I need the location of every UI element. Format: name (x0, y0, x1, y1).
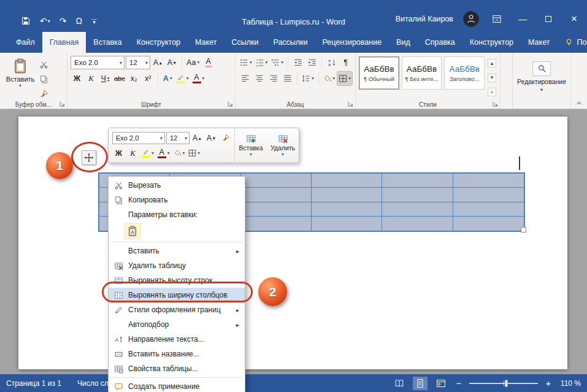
increase-indent-button[interactable] (305, 56, 318, 69)
user-avatar[interactable] (463, 11, 479, 27)
superscript-button[interactable]: x² (142, 72, 155, 85)
underline-button[interactable]: Ч (99, 72, 112, 85)
table-cell[interactable] (241, 188, 312, 202)
word-count-label[interactable]: Число сл (77, 379, 109, 388)
tab-mailings[interactable]: Рассылки (266, 32, 315, 53)
tab-review[interactable]: Рецензирование (315, 32, 389, 53)
save-icon[interactable] (21, 16, 31, 26)
tab-insert[interactable]: Вставка (86, 32, 129, 53)
zoom-out-button[interactable]: − (455, 378, 463, 388)
paste-button[interactable]: Вставить (3, 55, 37, 101)
numbering-button[interactable] (255, 56, 269, 69)
styles-scroll-up-icon[interactable]: ▲ (488, 59, 496, 67)
restore-icon[interactable] (540, 16, 556, 22)
font-dialog-launcher-icon[interactable] (227, 101, 234, 107)
mini-delete-button[interactable]: Удалить ▾ (267, 128, 299, 163)
bold-button[interactable]: Ж (71, 72, 83, 85)
menu-item-text-direction[interactable]: Направление текста... (109, 332, 245, 347)
ribbon-display-options-icon[interactable] (489, 14, 505, 24)
styles-scroll-down-icon[interactable]: ▼ (488, 74, 496, 82)
zoom-slider[interactable] (469, 383, 538, 384)
table-cell[interactable] (382, 217, 453, 231)
table-cell[interactable] (453, 202, 524, 217)
line-spacing-button[interactable] (301, 72, 315, 85)
collapse-ribbon-icon[interactable] (576, 100, 582, 106)
tab-view[interactable]: Вид (389, 32, 418, 53)
undo-icon[interactable]: ↶▾ (40, 16, 50, 26)
table-cell[interactable] (241, 174, 312, 188)
tab-file[interactable]: Файл (9, 32, 42, 53)
mini-font-name-combo[interactable]: Exo 2.0 (112, 132, 165, 144)
align-left-button[interactable] (239, 72, 251, 85)
omega-symbol-icon[interactable]: Ω (75, 16, 82, 26)
strikethrough-button[interactable]: abc (113, 72, 126, 85)
font-color-button[interactable]: А (191, 72, 206, 85)
text-effects-button[interactable]: А (161, 72, 174, 85)
table-cell[interactable] (312, 202, 382, 217)
font-size-combo[interactable]: 12 (126, 56, 150, 69)
tab-design[interactable]: Конструктор (129, 32, 188, 53)
mini-shading-button[interactable] (172, 147, 186, 160)
menu-item-insert-caption[interactable]: Вставить название... (109, 347, 245, 361)
sort-button[interactable] (325, 56, 338, 69)
table-cell[interactable] (382, 202, 453, 217)
align-center-button[interactable] (253, 72, 266, 85)
paragraph-dialog-launcher-icon[interactable] (347, 101, 354, 107)
table-resize-handle[interactable] (521, 227, 526, 233)
style-no-spacing[interactable]: АаБбВв ¶ Без инте... (402, 56, 442, 90)
tab-help[interactable]: Справка (418, 32, 462, 53)
format-painter-button[interactable] (37, 87, 50, 101)
user-name[interactable]: Виталий Каиров (396, 15, 453, 23)
menu-item-new-comment[interactable]: Создать примечание (109, 379, 245, 392)
shading-button[interactable] (322, 72, 337, 85)
multilevel-list-button[interactable] (270, 56, 285, 69)
minimize-icon[interactable]: — (515, 14, 531, 24)
table-cell[interactable] (382, 174, 453, 188)
menu-item-table-properties[interactable]: Свойства таблицы... (109, 361, 245, 376)
table-cell[interactable] (312, 188, 382, 202)
cut-button[interactable] (37, 58, 50, 71)
redo-icon[interactable]: ↷ (59, 16, 67, 26)
mini-insert-button[interactable]: Вставка ▾ (235, 128, 267, 163)
print-layout-icon[interactable] (413, 377, 428, 390)
grow-font-button[interactable]: А▲ (152, 56, 164, 69)
read-mode-icon[interactable] (392, 377, 407, 390)
table-cell[interactable] (312, 217, 382, 231)
tab-home[interactable]: Главная (42, 32, 86, 53)
align-right-button[interactable] (267, 72, 280, 85)
tab-assistant[interactable]: Помощь (557, 32, 587, 53)
zoom-slider-thumb[interactable] (505, 380, 508, 387)
table-cell[interactable] (241, 202, 312, 217)
menu-item-cut[interactable]: Вырезать (109, 178, 245, 193)
zoom-level-label[interactable]: 110 % (559, 379, 581, 388)
tab-table-design[interactable]: Конструктор (462, 32, 521, 53)
mini-font-color-button[interactable]: А (156, 147, 171, 160)
clipboard-dialog-launcher-icon[interactable] (59, 101, 66, 107)
table-cell[interactable] (453, 217, 524, 231)
table-cell[interactable] (453, 188, 524, 202)
text-highlight-button[interactable] (175, 72, 190, 85)
copy-button[interactable] (37, 72, 50, 86)
shrink-font-button[interactable]: А▼ (166, 56, 178, 69)
customize-quick-access-icon[interactable]: ―▾ (91, 18, 97, 25)
menu-item-border-styles[interactable]: Стили оформления границ (109, 302, 245, 317)
style-heading1[interactable]: АаБбВв Заголово... (444, 56, 485, 90)
clear-formatting-button[interactable]: А (202, 56, 215, 69)
menu-item-autofit[interactable]: Автоподбор (109, 317, 245, 332)
borders-button[interactable] (337, 72, 352, 85)
italic-button[interactable]: К (85, 72, 98, 85)
mini-borders-button[interactable] (187, 147, 201, 160)
table-cell[interactable] (312, 174, 382, 188)
mini-bold-button[interactable]: Ж (112, 147, 125, 160)
mini-format-painter-button[interactable] (219, 131, 232, 145)
web-layout-icon[interactable] (434, 377, 448, 390)
table-cell[interactable] (241, 217, 312, 231)
table-cell[interactable] (453, 174, 524, 188)
editing-button[interactable]: Редактирование ▼ (516, 55, 567, 99)
menu-item-insert[interactable]: Вставить (109, 244, 245, 258)
subscript-button[interactable]: x₂ (128, 72, 140, 85)
styles-gallery-more-icon[interactable]: ≡ (488, 88, 496, 96)
zoom-in-button[interactable]: + (544, 378, 553, 388)
tab-layout[interactable]: Макет (188, 32, 224, 53)
tab-table-layout[interactable]: Макет (521, 32, 557, 53)
